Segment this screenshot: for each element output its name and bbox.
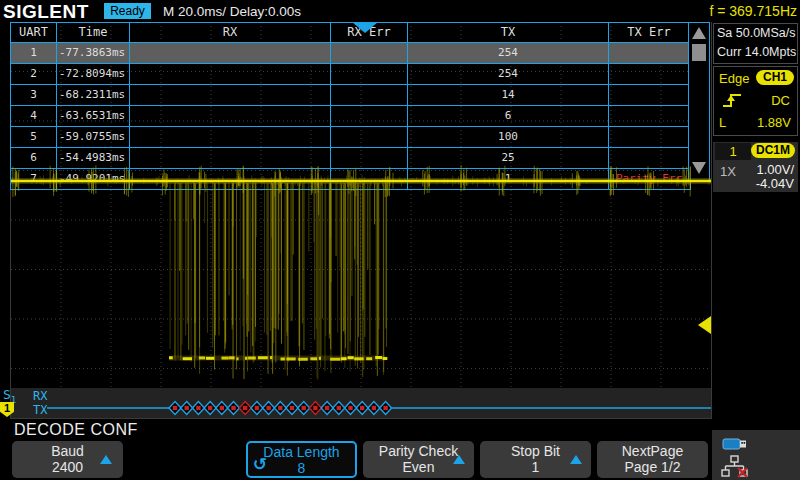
decode-bus-strip: RX TX — [11, 388, 711, 418]
decode-table-body: 1-77.3863ms2542-72.8094ms2543-68.2311ms1… — [11, 43, 690, 189]
col-rx: RX — [130, 23, 331, 42]
volts-per-div: 1.00V/ — [756, 162, 794, 177]
tx-bus-label: TX — [33, 403, 47, 417]
adjust-knob-icon: ↺ — [253, 454, 267, 474]
lan-disconnected-icon — [720, 455, 750, 479]
up-arrow-icon — [100, 455, 112, 464]
scroll-down-icon[interactable] — [692, 162, 706, 174]
channel-offset: -4.04V — [756, 176, 794, 191]
scroll-up-icon[interactable] — [692, 27, 706, 39]
col-tx: TX — [408, 23, 609, 42]
timebase-readout: M 20.0ms/ Delay:0.00s — [163, 4, 301, 19]
trigger-source-badge: CH1 — [756, 70, 794, 85]
table-row[interactable]: 1-77.3863ms254 — [11, 43, 690, 64]
top-status-bar: SIGLENT Ready M 20.0ms/ Delay:0.00s f = … — [0, 0, 800, 22]
decode-table-header: UART Time RX RX Err TX TX Err — [11, 23, 690, 43]
table-row[interactable]: 5-59.0755ms100 — [11, 127, 690, 148]
tx-decode-frames — [11, 388, 711, 418]
parity-check-button[interactable]: Parity Check Even — [363, 441, 474, 478]
table-scrollbar[interactable] — [688, 22, 710, 181]
frequency-counter: f = 369.715Hz — [709, 3, 797, 19]
acquisition-info-box: Sa 50.0MSa/s Curr 14.0Mpts — [713, 23, 798, 64]
usb-icon — [722, 436, 752, 452]
baud-button[interactable]: Baud 2400 — [12, 441, 123, 478]
trigger-coupling: DC — [771, 93, 790, 108]
up-arrow-icon — [570, 455, 582, 464]
table-row[interactable]: 6-54.4983ms25 — [11, 148, 690, 169]
scroll-thumb[interactable] — [692, 44, 706, 61]
probe-attenuation: 1X — [720, 164, 736, 179]
decode-table: UART Time RX RX Err TX TX Err 1-77.3863m… — [10, 22, 691, 190]
table-row[interactable]: 7-49.9201ms1Parity Err — [11, 169, 690, 189]
channel1-coupling-badge: DC1M — [751, 143, 795, 158]
col-tx-err: TX Err — [609, 23, 689, 42]
memory-depth: Curr 14.0Mpts — [717, 45, 796, 59]
channel1-info-box[interactable]: 1 DC1M 1X 1.00V/ -4.04V — [713, 142, 798, 192]
channel1-number-tab: 1 — [715, 143, 751, 160]
io-status-panel — [712, 430, 800, 480]
serial-bus-label: S1 — [3, 387, 16, 405]
rx-bus-label: RX — [33, 389, 47, 403]
trigger-level-label: L — [719, 115, 726, 130]
table-row[interactable]: 2-72.8094ms254 — [11, 64, 690, 85]
col-uart: UART — [11, 23, 57, 42]
trigger-type: Edge — [719, 71, 749, 86]
sample-rate: Sa 50.0MSa/s — [717, 26, 796, 40]
rising-edge-icon — [721, 91, 743, 109]
table-row[interactable]: 3-68.2311ms14 — [11, 85, 690, 106]
trigger-level-value: 1.88V — [757, 115, 791, 130]
data-length-button[interactable]: Data Length 8 ↺ — [246, 441, 357, 478]
stop-bit-button[interactable]: Stop Bit 1 — [480, 441, 591, 478]
trigger-info-box: Edge CH1 DC L 1.88V — [713, 66, 798, 136]
menu-title: DECODE CONF — [14, 421, 138, 439]
trigger-position-marker[interactable] — [352, 22, 378, 33]
siglent-logo: SIGLENT — [3, 1, 89, 23]
col-time: Time — [57, 23, 130, 42]
next-page-button[interactable]: NextPage Page 1/2 — [597, 441, 708, 478]
up-arrow-icon — [453, 455, 465, 464]
acquisition-status-badge: Ready — [104, 3, 151, 19]
trigger-level-marker[interactable] — [698, 316, 711, 334]
table-row[interactable]: 4-63.6531ms6 — [11, 106, 690, 127]
